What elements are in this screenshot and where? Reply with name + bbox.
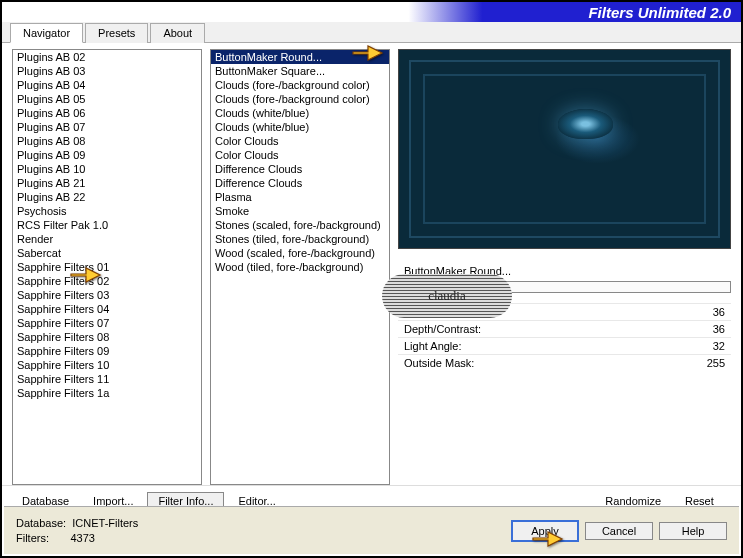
- filter-item[interactable]: Clouds (white/blue): [211, 120, 389, 134]
- param-value: 32: [713, 340, 725, 352]
- filter-item[interactable]: Stones (tiled, fore-/background): [211, 232, 389, 246]
- filter-item[interactable]: Wood (tiled, fore-/background): [211, 260, 389, 274]
- param-value: 36: [713, 306, 725, 318]
- category-item[interactable]: Sapphire Filters 08: [13, 330, 201, 344]
- category-item[interactable]: Plugins AB 07: [13, 120, 201, 134]
- category-item[interactable]: Plugins AB 08: [13, 134, 201, 148]
- progress-bar: [398, 281, 731, 293]
- category-item[interactable]: Plugins AB 09: [13, 148, 201, 162]
- category-column: Plugins AB 02Plugins AB 03Plugins AB 04P…: [12, 49, 202, 485]
- category-item[interactable]: Sapphire Filters 07: [13, 316, 201, 330]
- category-item[interactable]: Sapphire Filters 03: [13, 288, 201, 302]
- preview-image: [398, 49, 731, 249]
- category-item[interactable]: RCS Filter Pak 1.0: [13, 218, 201, 232]
- param-label: Light Angle:: [404, 340, 462, 352]
- filter-item[interactable]: ButtonMaker Square...: [211, 64, 389, 78]
- main-panel: Plugins AB 02Plugins AB 03Plugins AB 04P…: [2, 43, 741, 485]
- filter-item[interactable]: Clouds (white/blue): [211, 106, 389, 120]
- help-button[interactable]: Help: [659, 522, 727, 540]
- status-text: Database: ICNET-Filters Filters: 4373: [16, 516, 138, 545]
- category-list[interactable]: Plugins AB 02Plugins AB 03Plugins AB 04P…: [12, 49, 202, 485]
- category-item[interactable]: Plugins AB 04: [13, 78, 201, 92]
- filter-list[interactable]: ButtonMaker Round...ButtonMaker Square..…: [210, 49, 390, 485]
- category-item[interactable]: Plugins AB 02: [13, 50, 201, 64]
- category-item[interactable]: Plugins AB 05: [13, 92, 201, 106]
- param-label: Outside Mask:: [404, 357, 474, 369]
- tab-presets[interactable]: Presets: [85, 23, 148, 43]
- param-label: Depth/Contrast:: [404, 323, 481, 335]
- parameter-panel: Bevel Size:36Depth/Contrast:36Light Angl…: [398, 303, 731, 371]
- category-item[interactable]: Sapphire Filters 10: [13, 358, 201, 372]
- param-row[interactable]: Outside Mask:255: [398, 354, 731, 371]
- category-item[interactable]: Sapphire Filters 09: [13, 344, 201, 358]
- tab-about[interactable]: About: [150, 23, 205, 43]
- cancel-button[interactable]: Cancel: [585, 522, 653, 540]
- title-bar: Filters Unlimited 2.0: [2, 2, 741, 22]
- category-item[interactable]: Plugins AB 03: [13, 64, 201, 78]
- category-item[interactable]: Sapphire Filters 04: [13, 302, 201, 316]
- filter-item[interactable]: Smoke: [211, 204, 389, 218]
- filter-item[interactable]: Difference Clouds: [211, 176, 389, 190]
- category-item[interactable]: Plugins AB 10: [13, 162, 201, 176]
- param-value: 255: [707, 357, 725, 369]
- filter-item[interactable]: Clouds (fore-/background color): [211, 92, 389, 106]
- param-row[interactable]: Bevel Size:36: [398, 303, 731, 320]
- param-row[interactable]: Depth/Contrast:36: [398, 320, 731, 337]
- filter-item[interactable]: ButtonMaker Round...: [211, 50, 389, 64]
- filter-item[interactable]: Difference Clouds: [211, 162, 389, 176]
- category-item[interactable]: Psychosis: [13, 204, 201, 218]
- category-item[interactable]: Render: [13, 232, 201, 246]
- app-title: Filters Unlimited 2.0: [588, 4, 731, 21]
- category-item[interactable]: Plugins AB 22: [13, 190, 201, 204]
- apply-button[interactable]: Apply: [511, 520, 579, 542]
- bottom-bar: Database: ICNET-Filters Filters: 4373 Ap…: [4, 506, 739, 554]
- filter-item[interactable]: Clouds (fore-/background color): [211, 78, 389, 92]
- tab-navigator[interactable]: Navigator: [10, 23, 83, 43]
- filter-item[interactable]: Color Clouds: [211, 134, 389, 148]
- filter-column: ButtonMaker Round...ButtonMaker Square..…: [210, 49, 390, 485]
- filter-item[interactable]: Color Clouds: [211, 148, 389, 162]
- filter-item[interactable]: Wood (scaled, fore-/background): [211, 246, 389, 260]
- category-item[interactable]: Sabercat: [13, 246, 201, 260]
- category-item[interactable]: Sapphire Filters 02: [13, 274, 201, 288]
- tab-strip: NavigatorPresetsAbout: [2, 22, 741, 43]
- category-item[interactable]: Sapphire Filters 1a: [13, 386, 201, 400]
- param-value: 36: [713, 323, 725, 335]
- current-filter-label: ButtonMaker Round...: [398, 263, 731, 279]
- filter-item[interactable]: Stones (scaled, fore-/background): [211, 218, 389, 232]
- param-row[interactable]: Light Angle:32: [398, 337, 731, 354]
- filter-item[interactable]: Plasma: [211, 190, 389, 204]
- preview-column: ButtonMaker Round... Bevel Size:36Depth/…: [398, 49, 731, 485]
- category-item[interactable]: Plugins AB 06: [13, 106, 201, 120]
- param-label: Bevel Size:: [404, 306, 459, 318]
- category-item[interactable]: Sapphire Filters 11: [13, 372, 201, 386]
- category-item[interactable]: Plugins AB 21: [13, 176, 201, 190]
- category-item[interactable]: Sapphire Filters 01: [13, 260, 201, 274]
